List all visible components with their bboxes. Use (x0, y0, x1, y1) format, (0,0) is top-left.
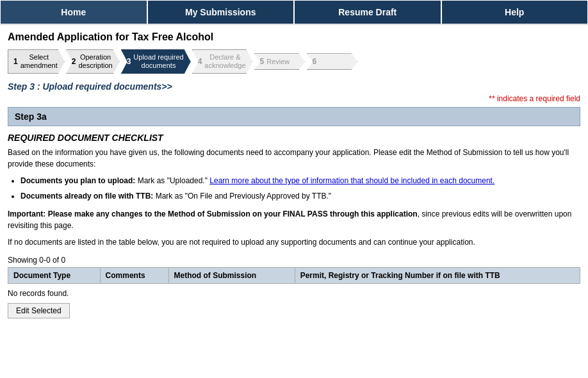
resume-draft-button[interactable]: Resume Draft (294, 0, 441, 24)
step-2-number: 2 (72, 57, 76, 66)
step-4-number: 4 (198, 57, 202, 66)
step-1-box[interactable]: 1 Selectamendment (8, 49, 65, 74)
checklist-item-onfile: Documents already on file with TTB: Mark… (20, 190, 580, 202)
step-1-number: 1 (13, 57, 18, 66)
step-3-label: Upload requireddocuments (133, 53, 183, 70)
checklist-intro: Based on the information you have given … (8, 147, 580, 170)
step-3a-header: Step 3a (8, 107, 580, 126)
step-header: Step 3 : Upload required documents>> (8, 81, 580, 92)
step-5-item: 5 Review (254, 53, 306, 70)
step-1-item: 1 Selectamendment (8, 49, 65, 74)
col-permit: Permit, Registry or Tracking Number if o… (295, 268, 580, 284)
upload-bold: Documents you plan to upload: (20, 176, 135, 185)
step-6-number: 6 (313, 57, 317, 66)
col-comments: Comments (100, 268, 168, 284)
page-title: Amended Application for Tax Free Alcohol (8, 31, 580, 43)
step-3-number: 3 (127, 57, 131, 66)
required-note-text: * indicates a required field (492, 94, 580, 103)
onfile-bold: Documents already on file with TTB: (20, 192, 153, 201)
main-container: Amended Application for Tax Free Alcohol… (0, 25, 588, 325)
showing-count: Showing 0-0 of 0 (8, 256, 580, 265)
step-5-number: 5 (260, 57, 265, 66)
step-2-box[interactable]: 2 Operationdescription (66, 49, 120, 74)
document-table: Document Type Comments Method of Submiss… (8, 267, 580, 284)
step-6-item: 6 (307, 53, 358, 70)
important-note: Important: Please make any changes to th… (8, 208, 580, 231)
col-method: Method of Submission (168, 268, 295, 284)
step-4-box[interactable]: 4 Declare &acknowledge (192, 49, 253, 74)
step-4-label: Declare &acknowledge (204, 53, 245, 70)
checklist-item-upload: Documents you plan to upload: Mark as "U… (20, 175, 580, 186)
table-header-row: Document Type Comments Method of Submiss… (8, 268, 580, 284)
step-6-box[interactable]: 6 (307, 53, 358, 70)
step-3-item: 3 Upload requireddocuments (121, 49, 191, 74)
checklist-title: REQUIRED DOCUMENT CHECKLIST (8, 133, 580, 143)
steps-wizard: 1 Selectamendment 2 Operationdescription… (8, 49, 580, 74)
onfile-text: Mark as "On File and Previously Approved… (156, 192, 331, 201)
no-docs-note: If no documents are listed in the table … (8, 236, 580, 248)
learn-more-link[interactable]: Learn more about the type of information… (209, 176, 494, 185)
step-1-label: Selectamendment (20, 53, 58, 70)
home-button[interactable]: Home (0, 0, 147, 24)
step-3-box[interactable]: 3 Upload requireddocuments (121, 49, 191, 74)
edit-selected-button[interactable]: Edit Selected (8, 303, 70, 318)
upload-text: Mark as "Uploaded." (138, 176, 208, 185)
required-note: ** indicates a required field (8, 94, 580, 103)
help-button[interactable]: Help (441, 0, 589, 24)
step-4-item: 4 Declare &acknowledge (192, 49, 253, 74)
my-submissions-button[interactable]: My Submissions (147, 0, 295, 24)
important-note-bold: Important: Please make any changes to th… (8, 210, 418, 218)
checklist-items: Documents you plan to upload: Mark as "U… (20, 175, 580, 202)
no-records-text: No records found. (8, 289, 580, 298)
step-5-label: Review (266, 58, 290, 66)
table-header: Document Type Comments Method of Submiss… (8, 268, 580, 284)
step-2-label: Operationdescription (78, 53, 112, 70)
col-document-type: Document Type (8, 268, 101, 284)
top-navigation: Home My Submissions Resume Draft Help (0, 0, 588, 25)
step-2-item: 2 Operationdescription (66, 49, 120, 74)
step-5-box[interactable]: 5 Review (254, 53, 306, 70)
